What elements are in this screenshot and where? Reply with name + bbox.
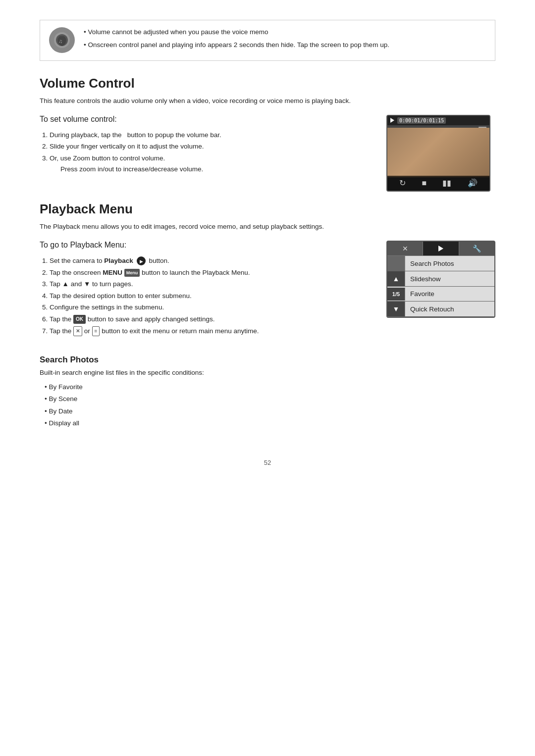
- pm-header-x: ✕: [387, 242, 423, 255]
- pm-icon-page: 1/5: [387, 288, 405, 301]
- playback-step-5: Configure the settings in the submenu.: [50, 302, 372, 313]
- info-bullet-2: Onscreen control panel and playing info …: [84, 40, 389, 50]
- volume-control-title: Volume Control: [40, 76, 495, 91]
- volume-subsection-title: To set volume control:: [40, 115, 372, 124]
- up-arrow: ▲: [62, 280, 69, 288]
- pm-icon-down-arrow: ▼: [387, 302, 405, 316]
- pm-row-quick-retouch: ▼ Quick Retouch: [387, 302, 494, 317]
- info-bullet-1: Volume cannot be adjusted when you pause…: [84, 27, 389, 37]
- pm-label-quick-retouch: Quick Retouch: [405, 302, 494, 316]
- playback-menu-title: Playback Menu: [40, 202, 495, 217]
- volume-screen-mockup: 0:00:01/0:01:15 ↻ ■ ▮▮ 🔊: [386, 115, 490, 192]
- timecode: 0:00:01/0:01:15: [397, 117, 446, 124]
- menu-icon-btn: Menu: [124, 269, 140, 277]
- search-photos-list: By Favorite By Scene By Date Display all: [40, 381, 495, 429]
- playback-steps-col: To go to Playback Menu: Set the camera t…: [40, 241, 372, 342]
- volume-control-content: To set volume control: During playback, …: [40, 115, 495, 192]
- playback-menu-screen-col: ✕ 🔧 Search Photos ▲ Slideshow 1/5: [386, 241, 495, 342]
- menu-bold: MENU: [103, 269, 122, 276]
- playback-menu-section: Playback Menu The Playback menu allows y…: [40, 202, 495, 430]
- pm-row-slideshow: ▲ Slideshow: [387, 271, 494, 287]
- playback-circle-icon: ▶: [137, 256, 146, 265]
- volume-screen-col: 0:00:01/0:01:15 ↻ ■ ▮▮ 🔊: [386, 115, 495, 192]
- playback-step-1: Set the camera to Playback ▶ button.: [50, 255, 372, 266]
- playback-menu-screen: ✕ 🔧 Search Photos ▲ Slideshow 1/5: [386, 241, 495, 318]
- search-item-4: Display all: [45, 417, 495, 429]
- volume-control-intro: This feature controls the audio volume o…: [40, 96, 495, 106]
- ok-icon: OK: [73, 315, 86, 324]
- info-icon: ♫: [49, 27, 75, 53]
- playback-menu-intro: The Playback menu allows you to edit ima…: [40, 222, 495, 232]
- volume-steps-list: During playback, tap the button to popup…: [40, 130, 372, 174]
- down-arrow: ▼: [84, 280, 90, 288]
- pm-label-search-photos: Search Photos: [405, 256, 494, 271]
- pause-icon: ▮▮: [442, 179, 451, 187]
- x-icon: ✕: [73, 326, 82, 336]
- playback-step-3: Tap ▲ and ▼ to turn pages.: [50, 279, 372, 290]
- volume-steps-col: To set volume control: During playback, …: [40, 115, 372, 192]
- svg-text:♫: ♫: [58, 38, 62, 44]
- cat-image: [387, 128, 489, 177]
- search-item-3: By Date: [45, 405, 495, 417]
- info-box: ♫ Volume cannot be adjusted when you pau…: [40, 20, 495, 61]
- volume-icon: 🔊: [468, 179, 478, 187]
- info-box-text: Volume cannot be adjusted when you pause…: [84, 27, 389, 53]
- pm-play-icon: [438, 246, 443, 252]
- pm-row-favorite: 1/5 Favorite: [387, 287, 494, 302]
- page-number: 52: [40, 459, 495, 466]
- search-photos-section: Search Photos Built-in search engine lis…: [40, 355, 495, 429]
- pm-icon-empty-1: [387, 256, 405, 271]
- return-icon: ≡: [92, 326, 100, 336]
- search-item-1: By Favorite: [45, 381, 495, 393]
- playback-bold: Playback: [104, 257, 133, 264]
- pm-label-slideshow: Slideshow: [405, 272, 494, 286]
- loop-icon: ↻: [399, 179, 406, 187]
- pm-label-favorite: Favorite: [405, 287, 494, 301]
- volume-step-1: During playback, tap the button to popup…: [50, 130, 372, 141]
- search-item-2: By Scene: [45, 393, 495, 405]
- playback-steps-list: Set the camera to Playback ▶ button. Tap…: [40, 255, 372, 336]
- pm-header-wrench: 🔧: [459, 242, 494, 255]
- pm-icon-up-arrow: ▲: [387, 271, 405, 286]
- pm-header-play: [423, 242, 459, 255]
- play-icon: [390, 118, 394, 123]
- screen-controls: ↻ ■ ▮▮ 🔊: [387, 176, 489, 191]
- pm-header: ✕ 🔧: [387, 242, 494, 256]
- playback-step-4: Tap the desired option button to enter s…: [50, 291, 372, 302]
- search-photos-intro: Built-in search engine list files in the…: [40, 369, 495, 376]
- pm-row-search-photos: Search Photos: [387, 256, 494, 271]
- playback-step-6: Tap the OK button to save and apply chan…: [50, 314, 372, 325]
- playback-menu-content: To go to Playback Menu: Set the camera t…: [40, 241, 495, 342]
- volume-screen-header: 0:00:01/0:01:15: [387, 116, 489, 125]
- playback-step-2: Tap the onscreen MENU Menu button to lau…: [50, 267, 372, 278]
- volume-step-3: Or, use Zoom button to control volume. P…: [50, 153, 372, 174]
- volume-control-section: Volume Control This feature controls the…: [40, 76, 495, 192]
- search-photos-title: Search Photos: [40, 355, 495, 365]
- stop-icon: ■: [422, 179, 427, 187]
- volume-step-2: Slide your finger vertically on it to ad…: [50, 141, 372, 152]
- playback-step-7: Tap the ✕ or ≡ button to exit the menu o…: [50, 326, 372, 337]
- playback-subsection-title: To go to Playback Menu:: [40, 241, 372, 250]
- volume-step-3-sub: Press zoom in/out to increase/decrease v…: [50, 164, 372, 175]
